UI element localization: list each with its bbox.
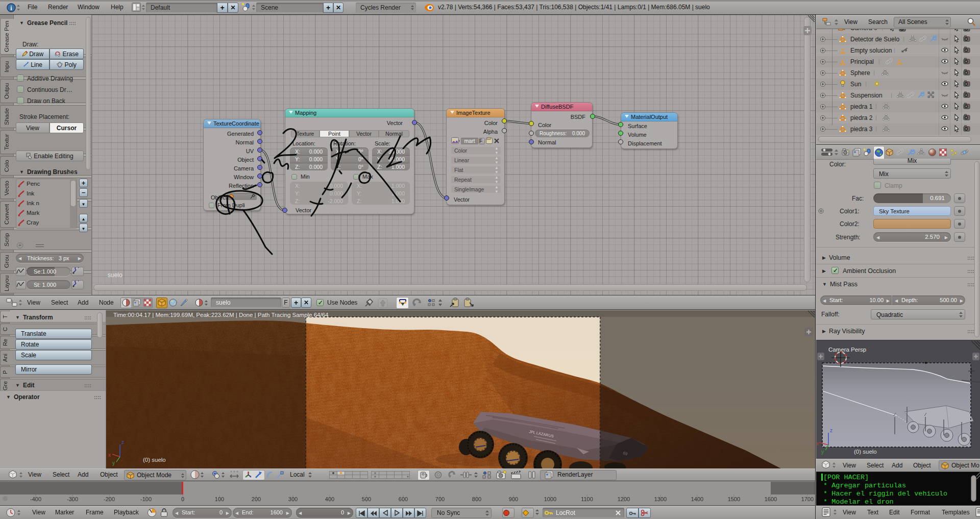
svg-text:100: 100 (215, 496, 224, 502)
svg-text:500: 500 (362, 496, 371, 502)
svg-text:y: y (112, 460, 115, 466)
svg-text:Time:00:04.17 | Mem:199.69M, P: Time:00:04.17 | Mem:199.69M, Peak:223.62… (113, 312, 329, 318)
svg-text:x: x (108, 452, 111, 458)
svg-text:-100: -100 (140, 496, 152, 502)
svg-text:1500: 1500 (728, 496, 740, 502)
svg-text:1000: 1000 (544, 496, 556, 502)
svg-text:800: 800 (472, 496, 481, 502)
svg-text:0: 0 (181, 496, 184, 502)
svg-text:1300: 1300 (654, 496, 667, 502)
svg-text:-400: -400 (30, 496, 41, 502)
svg-text:1700: 1700 (801, 496, 814, 502)
svg-text:1200: 1200 (618, 496, 630, 502)
svg-text:z: z (830, 428, 832, 433)
svg-text:600: 600 (399, 496, 408, 502)
svg-text:(0) suelo: (0) suelo (854, 449, 877, 455)
svg-text:-200: -200 (104, 496, 115, 502)
svg-text:1100: 1100 (581, 496, 593, 502)
svg-text:1600: 1600 (765, 496, 777, 502)
svg-text:200: 200 (252, 496, 261, 502)
svg-text:x: x (816, 441, 819, 447)
svg-text:Camera Persp: Camera Persp (828, 347, 866, 353)
svg-text:700: 700 (435, 496, 445, 502)
svg-text:400: 400 (325, 496, 334, 502)
svg-text:-300: -300 (67, 496, 78, 502)
svg-text:300: 300 (288, 496, 298, 502)
svg-text:(0) suelo: (0) suelo (143, 457, 166, 463)
svg-text:1400: 1400 (691, 496, 703, 502)
svg-text:900: 900 (509, 496, 518, 502)
svg-text:y: y (821, 449, 824, 455)
svg-text:z: z (121, 439, 124, 445)
